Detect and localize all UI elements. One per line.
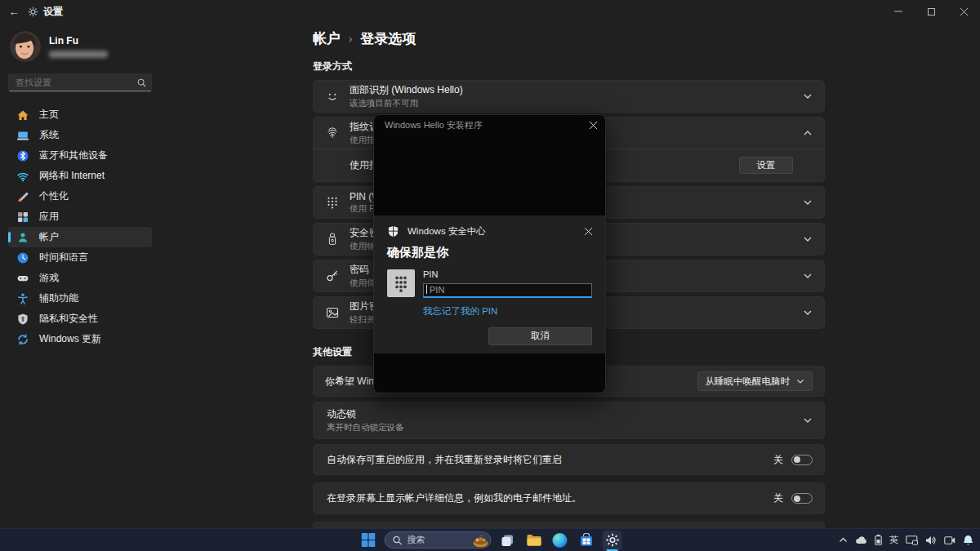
sidebar-nav: 主页 系统 蓝牙和其他设备 网络和 Internet 个性化 应用	[8, 104, 152, 349]
sidebar-item-accounts[interactable]: 帐户	[8, 227, 152, 247]
user-email-redacted	[49, 51, 108, 58]
chevron-down-icon	[796, 379, 804, 384]
app-title: 设置	[28, 5, 63, 19]
chevron-down-icon	[803, 273, 813, 279]
chevron-up-icon	[803, 130, 813, 136]
settings-search[interactable]	[8, 73, 152, 91]
chevron-down-icon	[803, 93, 813, 100]
task-view-button[interactable]	[498, 531, 518, 550]
sidebar: Lin Fu 主页 系统 蓝牙和其他设备	[0, 23, 160, 349]
security-header: Windows 安全中心	[387, 225, 592, 238]
page-title: 登录选项	[360, 29, 416, 48]
cast-display-icon[interactable]	[906, 529, 918, 551]
video-capture-icon[interactable]	[944, 529, 956, 551]
start-button[interactable]	[359, 531, 378, 550]
other-rows: 你希望 Windows 在你离开多长时间后要求你重新登录? 从睡眠中唤醒电脑时 …	[313, 366, 825, 551]
sidebar-item-apps[interactable]: 应用	[8, 207, 152, 227]
security-shield-icon	[387, 225, 399, 238]
toggle-state-label: 关	[773, 453, 783, 467]
dialog-title: Windows Hello 安装程序	[385, 119, 590, 131]
breadcrumb: 帐户 › 登录选项	[313, 29, 825, 48]
face-icon	[325, 89, 340, 104]
settings-gear-icon	[28, 7, 38, 17]
close-button[interactable]	[947, 0, 980, 23]
brush-icon	[16, 190, 29, 203]
battery-icon[interactable]	[875, 529, 882, 551]
sidebar-item-windows-update[interactable]: Windows 更新	[8, 329, 152, 349]
settings-app-button[interactable]	[603, 531, 622, 550]
back-button[interactable]: ←	[0, 6, 28, 18]
chevron-down-icon	[803, 417, 813, 424]
update-icon	[16, 333, 29, 346]
bluetooth-icon	[16, 149, 29, 162]
sidebar-item-personalization[interactable]: 个性化	[8, 186, 152, 207]
pin-label: PIN	[423, 269, 592, 279]
sidebar-item-bluetooth[interactable]: 蓝牙和其他设备	[8, 145, 152, 166]
row-dynamic-lock[interactable]: 动态锁 离开时自动锁定设备	[313, 402, 825, 439]
pin-keypad-icon	[387, 269, 415, 297]
apps-icon	[16, 211, 29, 224]
clock-icon	[16, 251, 29, 264]
user-profile[interactable]: Lin Fu	[10, 31, 152, 62]
key-icon	[325, 269, 340, 283]
tray-overflow-chevron-icon[interactable]	[839, 529, 848, 551]
search-icon	[137, 78, 146, 87]
search-highlight-image[interactable]	[472, 532, 490, 548]
sidebar-item-accessibility[interactable]: 辅助功能	[8, 288, 152, 309]
wifi-icon	[16, 170, 29, 183]
fingerprint-setup-button[interactable]: 设置	[739, 157, 793, 174]
forgot-pin-link[interactable]: 我忘记了我的 PIN	[423, 305, 592, 318]
toggle-state-label: 关	[773, 491, 783, 505]
show-account-details-toggle[interactable]	[791, 493, 813, 504]
edge-browser-button[interactable]	[550, 531, 570, 550]
picture-icon	[325, 305, 340, 320]
sidebar-item-system[interactable]: 系统	[8, 125, 152, 145]
file-explorer-button[interactable]	[524, 531, 544, 550]
accessibility-icon	[16, 292, 29, 305]
settings-window: ← 设置	[0, 0, 980, 551]
security-close-icon[interactable]	[585, 228, 592, 235]
sidebar-item-network[interactable]: 网络和 Internet	[8, 166, 152, 186]
windows-security-panel: Windows 安全中心 确保那是你 PIN 我忘记了我的 PIN 取消	[374, 216, 605, 353]
ime-indicator[interactable]: 英	[889, 529, 898, 551]
user-name: Lin Fu	[49, 35, 108, 47]
chevron-down-icon	[803, 309, 813, 316]
cancel-button[interactable]: 取消	[488, 327, 592, 345]
system-tray: 英	[839, 529, 973, 551]
security-app-name: Windows 安全中心	[408, 225, 577, 238]
microsoft-store-button[interactable]	[577, 531, 596, 550]
search-icon	[393, 535, 403, 545]
settings-search-input[interactable]	[14, 77, 137, 88]
sidebar-item-privacy[interactable]: 隐私和安全性	[8, 309, 152, 329]
sidebar-item-home[interactable]: 主页	[8, 104, 152, 125]
row-show-account-details: 在登录屏幕上显示帐户详细信息，例如我的电子邮件地址。 关	[313, 482, 825, 514]
chevron-down-icon	[803, 236, 813, 242]
breadcrumb-separator: ›	[349, 33, 352, 45]
sidebar-item-gaming[interactable]: 游戏	[8, 268, 152, 288]
onedrive-cloud-icon[interactable]	[855, 529, 867, 551]
maximize-button[interactable]	[915, 0, 947, 23]
row-restartable-apps: 自动保存可重启的应用，并在我重新登录时将它们重启 关	[313, 444, 825, 475]
pin-input[interactable]	[423, 283, 592, 298]
require-signin-dropdown[interactable]: 从睡眠中唤醒电脑时	[697, 371, 813, 391]
taskbar: 搜索 英	[0, 528, 980, 551]
security-heading: 确保那是你	[387, 245, 592, 260]
taskbar-search[interactable]: 搜索	[385, 531, 492, 549]
breadcrumb-accounts[interactable]: 帐户	[313, 29, 341, 48]
pin-keypad-icon	[325, 195, 340, 210]
home-icon	[16, 109, 29, 122]
notification-bell-icon[interactable]	[963, 529, 973, 551]
chevron-down-icon	[803, 199, 813, 206]
app-title-label: 设置	[43, 5, 63, 19]
minimize-button[interactable]	[882, 0, 915, 23]
volume-icon[interactable]	[925, 529, 937, 551]
restartable-apps-toggle[interactable]	[791, 455, 813, 465]
row-face-recognition[interactable]: 面部识别 (Windows Hello) 该选项目前不可用	[313, 80, 825, 113]
section-signin-methods: 登录方式	[313, 60, 825, 73]
sidebar-item-time-language[interactable]: 时间和语言	[8, 247, 152, 268]
shield-icon	[16, 313, 29, 326]
usb-key-icon	[325, 232, 340, 247]
dialog-close-icon[interactable]	[590, 122, 597, 129]
gamepad-icon	[16, 272, 29, 285]
fingerprint-icon	[325, 126, 340, 140]
